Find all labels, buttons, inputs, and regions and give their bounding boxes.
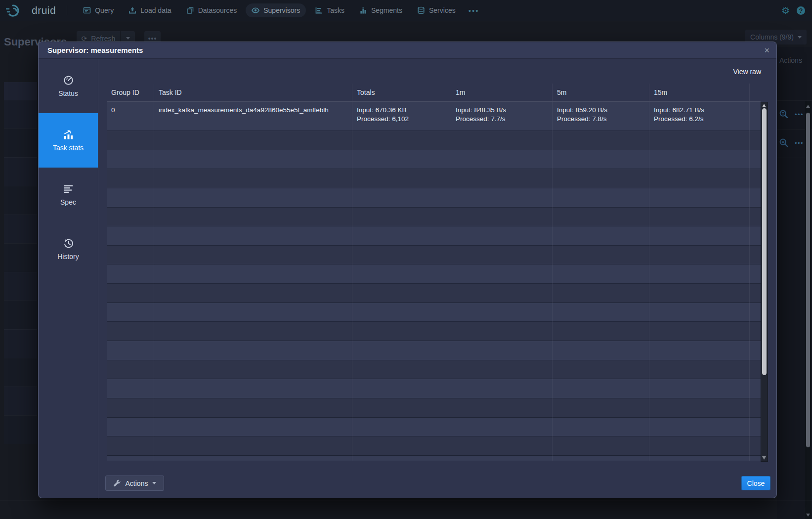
task-stats-icon <box>63 129 74 140</box>
dialog-actions-button[interactable]: Actions <box>105 476 164 491</box>
empty-cell <box>649 131 750 150</box>
empty-cell <box>352 131 451 150</box>
empty-cell <box>553 264 649 284</box>
empty-cell <box>107 322 154 341</box>
cell-15m: Input: 682.71 B/s Processed: 6.2/s <box>649 102 750 131</box>
nav-item-label: Tasks <box>327 6 344 14</box>
scroll-up-icon[interactable] <box>762 104 766 107</box>
empty-cell <box>107 284 154 303</box>
tab-task-stats[interactable]: Task stats <box>39 113 98 168</box>
empty-cell <box>553 341 649 360</box>
empty-cell <box>352 208 451 227</box>
table-row <box>107 303 761 322</box>
table-row <box>107 360 761 380</box>
empty-cell <box>154 436 352 456</box>
nav-item-label: Segments <box>371 6 402 14</box>
empty-cell <box>649 436 750 456</box>
table-row <box>107 284 761 303</box>
empty-cell <box>451 322 553 341</box>
empty-cell <box>154 398 352 418</box>
table-row <box>107 264 761 284</box>
tab-status[interactable]: Status <box>39 59 98 113</box>
datasources-icon <box>186 6 194 14</box>
empty-cell <box>154 418 352 437</box>
empty-cell <box>107 379 154 398</box>
empty-cell <box>154 456 352 461</box>
dialog-table-scrollbar[interactable] <box>761 102 768 462</box>
empty-cell <box>352 169 451 188</box>
empty-cell <box>750 264 761 284</box>
help-icon[interactable]: ? <box>797 6 805 15</box>
empty-cell <box>352 379 451 398</box>
brand-text: druid <box>32 4 56 16</box>
empty-cell <box>107 456 154 461</box>
nav-item-label: Query <box>95 6 114 14</box>
empty-cell <box>750 456 761 461</box>
empty-cell <box>154 246 352 265</box>
druid-logo[interactable]: druid <box>6 3 56 18</box>
empty-cell <box>451 341 553 360</box>
table-row <box>107 208 761 227</box>
tab-label: History <box>57 253 79 260</box>
chevron-down-icon <box>152 482 156 484</box>
column-header-group-id[interactable]: Group ID <box>107 84 154 101</box>
empty-cell <box>451 284 553 303</box>
column-header-task-id[interactable]: Task ID <box>154 84 352 101</box>
column-header-1m[interactable]: 1m <box>451 84 553 101</box>
dialog-header: Supervisor: measurements × <box>39 42 776 59</box>
empty-cell <box>451 379 553 398</box>
nav-more-button[interactable]: ••• <box>465 3 483 18</box>
empty-cell <box>352 360 451 380</box>
empty-cell <box>649 208 750 227</box>
tab-spec[interactable]: Spec <box>39 168 98 222</box>
nav-item-services[interactable]: Services <box>411 3 462 17</box>
druid-logo-icon <box>6 3 28 18</box>
empty-cell <box>649 226 750 246</box>
empty-cell <box>154 188 352 208</box>
nav-item-supervisors[interactable]: Supervisors <box>246 3 306 17</box>
scrollbar-thumb[interactable] <box>762 108 767 375</box>
empty-cell <box>107 188 154 208</box>
empty-cell <box>451 303 553 322</box>
chevron-down-icon <box>126 37 130 40</box>
empty-cell <box>451 188 553 208</box>
close-icon[interactable]: × <box>764 46 769 55</box>
wrench-icon <box>113 479 121 487</box>
search-detail-icon[interactable] <box>779 138 789 148</box>
cell-1m: Input: 848.35 B/s Processed: 7.7/s <box>451 102 553 131</box>
gear-icon[interactable]: ⚙ <box>781 6 790 15</box>
scrollbar-thumb[interactable] <box>806 113 810 447</box>
column-header-15m[interactable]: 15m <box>649 84 750 101</box>
empty-cell <box>649 264 750 284</box>
nav-item-tasks[interactable]: Tasks <box>309 3 350 17</box>
task-stats-table: Group ID Task ID Totals 1m 5m 15m 0 inde… <box>107 84 761 461</box>
row-actions: ••• <box>779 138 804 148</box>
dialog-close-button[interactable]: Close <box>741 476 770 490</box>
empty-cell <box>553 131 649 150</box>
empty-cell <box>352 418 451 437</box>
empty-cell <box>553 246 649 265</box>
status-icon <box>63 75 74 86</box>
empty-cell <box>553 169 649 188</box>
table-row <box>107 246 761 265</box>
nav-divider <box>67 5 67 15</box>
row-more-icon[interactable]: ••• <box>795 139 804 147</box>
background-table-scrollbar[interactable] <box>805 101 811 519</box>
scroll-down-icon[interactable] <box>762 456 766 460</box>
nav-item-datasources[interactable]: Datasources <box>180 3 243 17</box>
nav-item-segments[interactable]: Segments <box>353 3 408 17</box>
empty-cell <box>649 456 750 461</box>
row-more-icon[interactable]: ••• <box>795 111 804 118</box>
nav-item-query[interactable]: Query <box>77 3 120 17</box>
empty-cell <box>107 303 154 322</box>
search-detail-icon[interactable] <box>779 109 789 119</box>
view-raw-link[interactable]: View raw <box>733 68 761 76</box>
empty-cell <box>750 226 761 246</box>
nav-item-load-data[interactable]: Load data <box>123 3 177 17</box>
tab-history[interactable]: History <box>39 222 98 276</box>
column-header-totals[interactable]: Totals <box>352 84 451 101</box>
empty-cell <box>451 131 553 150</box>
table-row <box>107 322 761 341</box>
empty-cell <box>553 456 649 461</box>
column-header-5m[interactable]: 5m <box>553 84 649 101</box>
